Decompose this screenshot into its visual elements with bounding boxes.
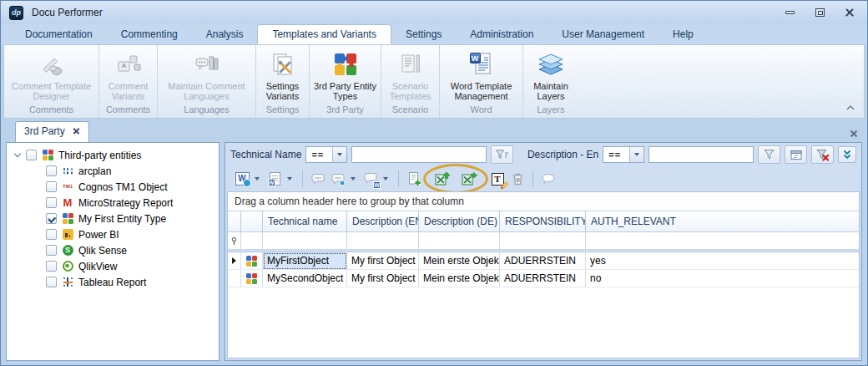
filter-cell-responsibility[interactable] xyxy=(500,232,586,250)
tree-item-power-bi[interactable]: Power BI xyxy=(7,226,219,242)
scenario-templates-button: Scenario Templates xyxy=(381,45,439,104)
tabstrip-close-icon[interactable] xyxy=(850,130,858,138)
close-button[interactable] xyxy=(844,8,855,18)
filter-cell-technical-name[interactable] xyxy=(263,232,347,250)
edit-text-button[interactable]: T xyxy=(487,169,507,189)
group-by-panel[interactable]: Drag a column header here to group by th… xyxy=(228,192,859,211)
checkbox-my-first-entity-type[interactable] xyxy=(46,213,57,224)
tab-close-icon[interactable] xyxy=(73,128,80,135)
comment-button[interactable] xyxy=(308,169,328,189)
dropdown-arrow[interactable] xyxy=(285,177,295,180)
checkbox-tableau[interactable] xyxy=(46,277,57,287)
column-header-responsibility[interactable]: RESPONSIBILITY xyxy=(500,211,586,232)
tab-help[interactable]: Help xyxy=(659,25,708,44)
excel-import-button[interactable] xyxy=(432,169,452,189)
table-row[interactable]: MyFirstObject My first Object Mein erste… xyxy=(228,252,859,270)
tab-documentation[interactable]: Documentation xyxy=(11,25,107,44)
comment-add-button[interactable] xyxy=(328,169,348,189)
dropdown-arrow[interactable] xyxy=(252,177,262,180)
checkbox-cognos-tm1[interactable] xyxy=(46,181,57,192)
word-template-management-button[interactable]: W Word Template Management xyxy=(440,45,522,104)
delete-button[interactable] xyxy=(507,169,527,189)
add-entity-button[interactable] xyxy=(404,169,424,189)
tree-item-microstrategy[interactable]: M MicroStrategy Report xyxy=(7,195,219,211)
column-header-description-de[interactable]: Description (DE) xyxy=(419,211,500,232)
column-header-technical-name[interactable]: Technical name xyxy=(263,211,347,232)
tree-item-tableau[interactable]: Tableau Report xyxy=(7,274,219,290)
filter-cell[interactable] xyxy=(241,232,263,250)
column-header-description-en[interactable]: Description (EN) xyxy=(347,211,419,232)
tab-commenting[interactable]: Commenting xyxy=(107,25,192,44)
tab-templates-and-variants[interactable]: Templates and Variants xyxy=(257,24,391,44)
cell-responsibility[interactable]: ADUERRSTEIN xyxy=(500,252,586,270)
comment-variants-button: A Comment Variants xyxy=(99,45,157,104)
chevron-down-icon[interactable] xyxy=(332,147,346,162)
dropdown-arrow[interactable] xyxy=(348,177,358,180)
excel-import-icon xyxy=(434,171,451,187)
filter-cell-description-en[interactable] xyxy=(347,232,419,250)
checkbox-qlikview[interactable] xyxy=(46,261,57,272)
minimize-icon xyxy=(785,11,795,14)
cell-technical-name[interactable]: MyFirstObject xyxy=(263,252,347,270)
checkbox-microstrategy[interactable] xyxy=(46,197,57,208)
maximize-button[interactable] xyxy=(814,8,825,18)
ribbon-group-3rd-party: 3rd Party Entity Types 3rd Party xyxy=(310,45,381,118)
description-operator-select[interactable]: == xyxy=(603,146,644,163)
cell-description-de[interactable]: Mein erste Objekt xyxy=(419,252,500,270)
checkbox-qlik-sense[interactable] xyxy=(46,245,57,256)
tree-item-qlikview[interactable]: QlikView xyxy=(7,258,219,274)
checkbox-arcplan[interactable] xyxy=(46,165,57,176)
expand-filter-panel-button[interactable] xyxy=(838,146,856,163)
dropdown-arrow[interactable] xyxy=(381,177,391,180)
maintain-layers-button[interactable]: Maintain Layers xyxy=(523,45,578,104)
tree-item-arcplan[interactable]: arcplan xyxy=(7,163,219,179)
cell-auth-relevant[interactable]: yes xyxy=(586,252,859,270)
filter-cell-auth-relevant[interactable] xyxy=(586,232,859,250)
excel-export-button[interactable] xyxy=(459,169,479,189)
table-row[interactable]: MySecondObject My first Object Mein erst… xyxy=(228,270,859,287)
tree-item-cognos-tm1[interactable]: TM1 Cognos TM1 Object xyxy=(7,179,219,195)
tree-item-label: Cognos TM1 Object xyxy=(78,181,168,193)
cell-description-en[interactable]: My first Object xyxy=(347,252,419,270)
column-header-auth-relevant[interactable]: AUTH_RELEVANT xyxy=(586,211,859,232)
tree-root-third-party-entities[interactable]: Third-party entities xyxy=(7,147,219,163)
tab-administration[interactable]: Administration xyxy=(456,25,548,44)
filter-editor-button[interactable] xyxy=(785,145,807,164)
ribbon-group-comments-1: Comment Template Designer Comments xyxy=(4,45,99,118)
filter-cell-description-de[interactable] xyxy=(419,232,500,250)
tab-analysis[interactable]: Analysis xyxy=(192,25,258,44)
comment-word-button[interactable]: W xyxy=(361,169,381,189)
highlighted-buttons xyxy=(426,169,486,189)
tab-settings[interactable]: Settings xyxy=(391,25,456,44)
tree-item-my-first-entity-type[interactable]: My First Entity Type xyxy=(7,211,219,226)
cell-responsibility[interactable]: ADUERRSTEIN xyxy=(500,270,586,287)
technical-name-filter-input[interactable] xyxy=(351,146,487,163)
tree-item-qlik-sense[interactable]: S Qlik Sense xyxy=(7,242,219,258)
toolbar-separator xyxy=(398,170,399,187)
tab-user-management[interactable]: User Management xyxy=(548,25,659,44)
cell-technical-name[interactable]: MySecondObject xyxy=(263,270,347,287)
word-document-button[interactable]: W xyxy=(265,169,285,189)
document-tab-3rd-party[interactable]: 3rd Party xyxy=(15,121,89,142)
technical-name-filter-button[interactable] xyxy=(491,145,513,164)
checkbox-root[interactable] xyxy=(26,150,37,160)
description-filter-input[interactable] xyxy=(648,146,754,163)
3rd-party-entity-types-button[interactable]: 3rd Party Entity Types xyxy=(310,45,381,104)
document-tab-label: 3rd Party xyxy=(24,125,65,137)
export-word-button[interactable]: W xyxy=(232,169,252,189)
clear-filter-button[interactable] xyxy=(811,145,834,164)
cell-description-en[interactable]: My first Object xyxy=(347,270,419,287)
expander-icon[interactable] xyxy=(12,154,23,156)
chevron-down-icon[interactable] xyxy=(629,147,643,162)
comment-bubble-button[interactable] xyxy=(538,169,558,189)
description-filter-button[interactable] xyxy=(758,145,780,164)
settings-variants-button[interactable]: Settings Variants xyxy=(256,45,309,104)
cell-description-de[interactable]: Mein erste Objekt xyxy=(419,270,500,287)
checkbox-power-bi[interactable] xyxy=(46,229,57,240)
cell-auth-relevant[interactable]: no xyxy=(586,270,859,287)
speech-bubble-icon xyxy=(310,172,326,186)
technical-name-operator-select[interactable]: == xyxy=(305,146,347,163)
row-icon-cell xyxy=(241,270,263,287)
collapse-ribbon-button[interactable] xyxy=(844,102,857,114)
minimize-button[interactable] xyxy=(784,8,795,18)
